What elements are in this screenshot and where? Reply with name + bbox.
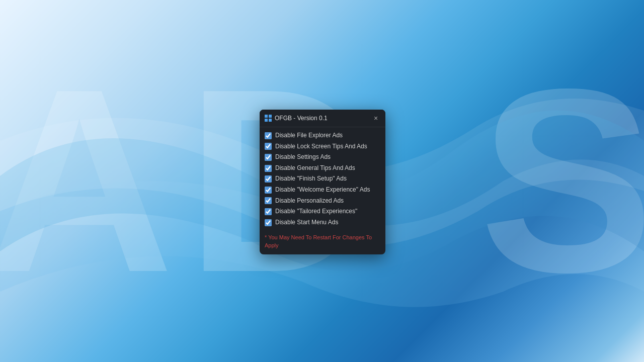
checkbox-cb9[interactable] [265, 219, 272, 226]
checkbox-item: Disable "Tailored Experiences" [265, 206, 380, 217]
dialog-titlebar: OFGB - Version 0.1 × [260, 110, 385, 127]
checkboxes-list: Disable File Explorer AdsDisable Lock Sc… [265, 130, 380, 228]
checkbox-cb3[interactable] [265, 154, 272, 161]
checkbox-label[interactable]: Disable Settings Ads [275, 153, 331, 161]
checkbox-label[interactable]: Disable "Tailored Experiences" [275, 208, 357, 216]
checkbox-label[interactable]: Disable "Finish Setup" Ads [275, 175, 347, 183]
checkbox-cb7[interactable] [265, 197, 272, 204]
checkbox-cb2[interactable] [265, 143, 272, 150]
checkbox-label[interactable]: Disable General Tips And Ads [275, 164, 355, 172]
dialog-body: Disable File Explorer AdsDisable Lock Sc… [260, 127, 385, 254]
checkbox-item: Disable General Tips And Ads [265, 163, 380, 174]
checkbox-item: Disable File Explorer Ads [265, 130, 380, 141]
restart-note: * You May Need To Restart For Changes To… [265, 232, 380, 249]
checkbox-label[interactable]: Disable Start Menu Ads [275, 219, 338, 227]
checkbox-cb6[interactable] [265, 187, 272, 194]
dialog-window: OFGB - Version 0.1 × Disable File Explor… [260, 110, 385, 254]
checkbox-item: Disable "Finish Setup" Ads [265, 173, 380, 185]
checkbox-cb1[interactable] [265, 132, 272, 139]
checkbox-cb5[interactable] [265, 175, 272, 183]
checkbox-cb4[interactable] [265, 165, 272, 172]
checkbox-item: Disable Personalized Ads [265, 196, 380, 207]
dialog-title: OFGB - Version 0.1 [275, 115, 368, 122]
checkbox-item: Disable Lock Screen Tips And Ads [265, 141, 380, 152]
checkbox-cb8[interactable] [265, 208, 272, 215]
checkbox-label[interactable]: Disable File Explorer Ads [275, 132, 343, 140]
checkbox-label[interactable]: Disable Lock Screen Tips And Ads [275, 143, 367, 151]
app-icon [265, 115, 272, 122]
close-button[interactable]: × [371, 114, 380, 123]
checkbox-label[interactable]: Disable Personalized Ads [275, 197, 344, 205]
checkbox-item: Disable "Welcome Experience" Ads [265, 185, 380, 196]
checkbox-item: Disable Settings Ads [265, 152, 380, 163]
checkbox-label[interactable]: Disable "Welcome Experience" Ads [275, 186, 370, 194]
checkbox-item: Disable Start Menu Ads [265, 217, 380, 228]
